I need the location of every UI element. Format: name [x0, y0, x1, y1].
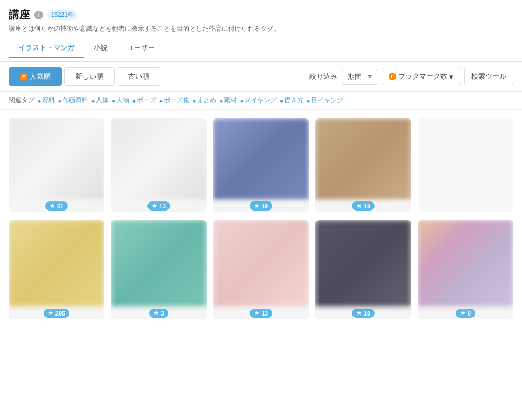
card-footer: ★ 19 — [315, 199, 411, 212]
card-footer — [418, 199, 513, 202]
card-r2c3[interactable]: ★ 13 — [213, 220, 309, 319]
search-tool-button[interactable]: 検索ツール — [464, 68, 513, 85]
grid-row-1: ★ 51 ★ 13 ★ 19 — [9, 118, 513, 212]
premium-icon-bm: P — [389, 73, 396, 80]
card-r1c2[interactable]: ★ 13 — [111, 118, 207, 212]
tag-link[interactable]: 描き方 — [280, 96, 304, 105]
sort-popular-button[interactable]: P人気順 — [9, 67, 62, 86]
card-footer: ★ 3 — [111, 306, 207, 319]
card-footer: ★ 295 — [9, 306, 104, 319]
card-footer: ★ 8 — [418, 306, 513, 319]
bookmark-count: ★ 51 — [45, 201, 68, 211]
tab-user[interactable]: ユーザー — [117, 39, 165, 58]
period-select[interactable]: 期間 今日 今週 今月 今年 — [342, 69, 377, 85]
tab-novel[interactable]: 小説 — [84, 39, 117, 58]
tag-link[interactable]: 資料 — [38, 96, 55, 105]
bookmark-count: ★ 19 — [250, 201, 272, 211]
page-header: 講座 i 15221件 講座とは何らかの技術や意識などを他者に教示することを目的… — [0, 0, 522, 62]
card-r1c3[interactable]: ★ 19 — [213, 118, 309, 212]
card-footer: ★ 18 — [315, 306, 411, 319]
card-r2c4[interactable]: ★ 18 — [315, 220, 411, 319]
bookmark-count: ★ 8 — [456, 309, 475, 318]
tag-link[interactable]: 人体 — [91, 96, 109, 105]
toolbar: P人気順 新しい順 古い順 絞り込み 期間 今日 今週 今月 今年 P ブックマ… — [0, 62, 522, 92]
filter-label: 絞り込み — [309, 72, 337, 81]
bookmark-sort-button[interactable]: P ブックマーク数 ▾ — [382, 68, 460, 85]
tag-link[interactable]: 作画資料 — [58, 96, 88, 105]
tab-list: イラスト・マンガ 小説 ユーザー — [9, 39, 513, 58]
tag-link[interactable]: 目イキング — [307, 96, 343, 105]
card-r2c1[interactable]: ★ 295 — [9, 220, 104, 319]
card-r2c5[interactable]: ★ 8 — [418, 220, 513, 319]
premium-icon: P — [20, 73, 27, 81]
card-footer: ★ 13 — [111, 199, 207, 212]
sort-new-button[interactable]: 新しい順 — [64, 67, 115, 86]
tag-link[interactable]: 人物 — [112, 96, 129, 105]
card-footer: ★ 19 — [213, 199, 309, 212]
info-icon[interactable]: i — [34, 11, 43, 19]
tag-link[interactable]: 素材 — [220, 96, 237, 105]
bookmark-count: ★ 13 — [147, 201, 170, 211]
sort-old-button[interactable]: 古い順 — [117, 67, 160, 86]
card-r1c1[interactable]: ★ 51 — [9, 118, 104, 212]
bookmark-count: ★ 19 — [352, 201, 375, 211]
tag-link[interactable]: ポーズ — [132, 96, 156, 105]
title-row: 講座 i 15221件 — [9, 8, 513, 22]
card-r2c2[interactable]: ★ 3 — [111, 220, 207, 319]
bookmark-count: ★ 295 — [44, 309, 69, 318]
card-footer: ★ 13 — [213, 306, 309, 319]
bookmark-count: ★ 3 — [149, 309, 168, 318]
filter-section: 絞り込み 期間 今日 今週 今月 今年 P ブックマーク数 ▾ 検索ツール — [309, 68, 513, 85]
tag-link[interactable]: ポーズ集 — [159, 96, 189, 105]
bookmark-count: ★ 13 — [250, 309, 272, 318]
count-badge: 15221件 — [47, 10, 77, 20]
tag-link[interactable]: まとめ — [193, 96, 216, 105]
grid-row-2: ★ 295 ★ 3 ★ 13 — [9, 220, 513, 319]
content-grid: ★ 51 ★ 13 ★ 19 — [0, 110, 522, 336]
page-description: 講座とは何らかの技術や意識などを他者に教示することを目的とした作品に付けられるタ… — [9, 24, 513, 33]
tag-link[interactable]: メイキング — [240, 96, 277, 105]
related-tags: 関連タグ 資料 作画資料 人体 人物 ポーズ ポーズ集 まとめ 素材 メイキング… — [0, 92, 522, 110]
page-title: 講座 — [9, 8, 30, 22]
card-footer: ★ 51 — [9, 199, 104, 212]
card-r1c4[interactable]: ★ 19 — [315, 118, 411, 212]
tab-illust[interactable]: イラスト・マンガ — [9, 39, 84, 58]
related-tags-label: 関連タグ — [9, 96, 34, 105]
bookmark-count: ★ 18 — [352, 309, 375, 318]
card-r1c5[interactable] — [418, 118, 513, 212]
